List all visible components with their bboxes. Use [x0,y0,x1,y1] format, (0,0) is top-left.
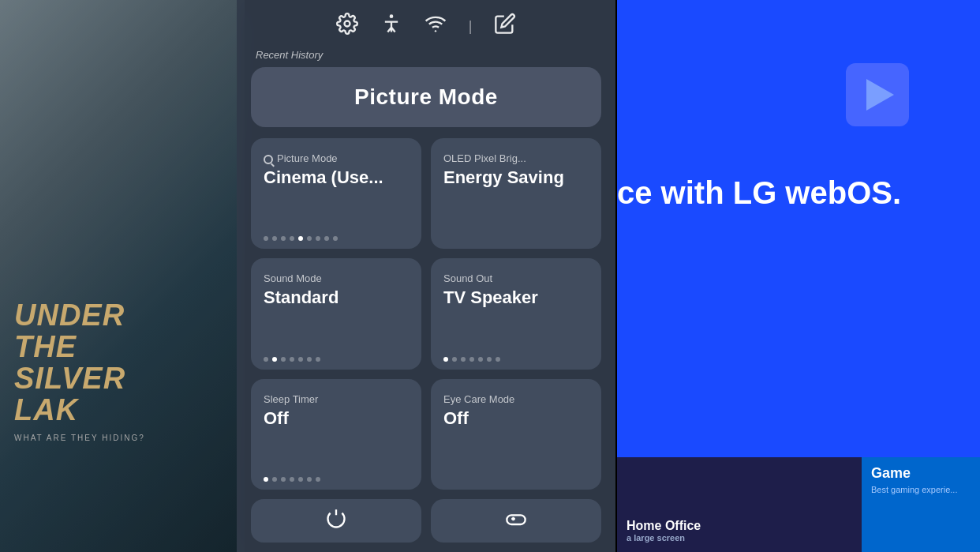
bg-left-overlay [0,0,245,552]
dot [452,357,457,362]
settings-icon[interactable] [336,13,358,39]
oled-brightness-label: OLED Pixel Brig... [443,152,589,164]
sound-mode-label: Sound Mode [264,272,409,284]
home-office-text: Home Office a large screen [627,519,701,543]
dot [316,236,320,241]
eye-care-mode-card[interactable]: Eye Care Mode Off [431,379,601,490]
svg-rect-3 [507,515,525,524]
dot [478,357,483,362]
dot [298,477,303,482]
dot [290,236,294,241]
home-office-sub: a large screen [627,533,701,543]
sound-out-label: Sound Out [443,272,589,284]
picture-mode-dots [264,236,409,241]
home-office-panel[interactable]: Home Office a large screen [617,457,862,552]
oled-brightness-value: Energy Saving [443,167,589,235]
picture-mode-card[interactable]: Picture Mode Cinema (Use... [251,138,421,249]
dot [496,357,500,362]
dot [290,357,294,362]
search-icon [264,155,273,164]
picture-mode-value: Cinema (Use... [264,167,409,230]
dot [307,477,312,482]
dot [461,357,466,362]
dot [264,357,268,362]
eye-care-label: Eye Care Mode [443,393,589,405]
game-panel-sub: Best gaming experie... [871,485,957,494]
power-icon [325,508,347,535]
wifi-icon[interactable] [425,13,447,39]
recent-history-label: Recent History [251,47,601,67]
movie-title-line1: UNDER [14,299,125,332]
webos-headline: ce with LG webOS. [617,174,964,212]
movie-subtitle: WHAT ARE THEY HIDING? [14,434,145,443]
picture-mode-hero-text: Picture Mode [354,84,498,109]
sound-mode-value: Standard [264,287,409,350]
svg-point-1 [389,14,393,18]
dot [307,236,312,241]
movie-title-line4: LAK [14,393,78,426]
dot [307,357,312,362]
dot-active [443,357,448,362]
sleep-timer-card[interactable]: Sleep Timer Off [251,379,421,490]
dot [272,236,277,241]
accessibility-icon[interactable] [380,13,402,39]
dot [333,236,338,241]
movie-title-line3: SILVER [14,362,125,395]
dot-active [298,236,303,241]
svg-point-0 [344,21,350,27]
bottom-partial-row [251,499,601,552]
oled-brightness-card[interactable]: OLED Pixel Brig... Energy Saving [431,138,601,249]
sleep-timer-value: Off [264,408,409,471]
movie-title: UNDER THE SILVER LAK WHAT ARE THEY HIDIN… [14,300,145,442]
play-button[interactable] [846,63,909,126]
dot [316,477,320,482]
dot [316,357,320,362]
top-icons-row: | [251,0,601,47]
gamepad-icon [505,508,527,535]
picture-mode-label: Picture Mode [264,152,409,164]
settings-grid: Picture Mode Cinema (Use... OLED Pixel B… [251,138,601,490]
sleep-timer-label: Sleep Timer [264,393,409,405]
icon-divider: | [469,18,473,35]
dot [264,236,268,241]
svg-point-2 [434,30,436,32]
quick-settings-panel: | Recent History Picture Mode Picture Mo… [237,0,615,552]
dot [281,477,286,482]
dot [487,357,492,362]
dot [469,357,474,362]
sleep-timer-dots [264,477,409,482]
dot [324,236,329,241]
bottom-panels: Home Office a large screen Game Best gam… [617,457,980,552]
dot-active [272,357,277,362]
movie-title-line2: THE [14,330,77,363]
eye-care-value: Off [443,408,589,475]
power-card[interactable] [251,499,421,543]
sound-out-card[interactable]: Sound Out TV Speaker [431,258,601,369]
dot [272,477,277,482]
dot [298,357,303,362]
game-panel-label: Game [871,465,911,482]
home-office-label: Home Office [627,519,701,533]
sound-out-dots [443,357,589,362]
sound-mode-dots [264,357,409,362]
dot [281,357,286,362]
gamepad-card[interactable] [431,499,601,543]
play-icon [866,79,894,111]
game-panel[interactable]: Game Best gaming experie... [862,457,980,552]
sound-mode-card[interactable]: Sound Mode Standard [251,258,421,369]
webos-headline-text: ce with LG webOS. [617,175,901,210]
picture-mode-hero-button[interactable]: Picture Mode [251,67,601,127]
sound-out-value: TV Speaker [443,287,589,350]
dot [290,477,294,482]
edit-icon[interactable] [494,13,516,39]
dot [281,236,286,241]
dot-active [264,477,268,482]
